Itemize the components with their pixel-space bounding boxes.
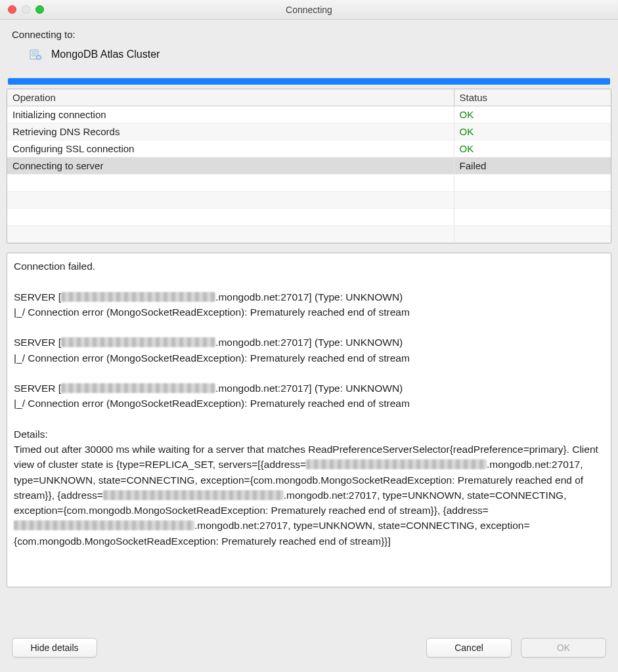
header: Connecting to: MongoDB Atlas Cluster: [0, 20, 618, 78]
operation-cell: Retrieving DNS Records: [7, 123, 454, 140]
connection-target-name: MongoDB Atlas Cluster: [51, 49, 160, 60]
status-cell: [454, 209, 611, 226]
window-title: Connecting: [0, 5, 618, 15]
status-cell: [454, 175, 611, 192]
connecting-to-label: Connecting to:: [12, 29, 606, 40]
col-operation[interactable]: Operation: [7, 89, 454, 106]
database-icon: [29, 48, 42, 61]
redacted-hostname: [61, 337, 215, 347]
table-row[interactable]: [7, 226, 611, 243]
operation-cell: Connecting to server: [7, 158, 454, 175]
status-cell: [454, 192, 611, 209]
table-row[interactable]: [7, 209, 611, 226]
table-row[interactable]: Connecting to serverFailed: [7, 158, 611, 175]
error-details[interactable]: Connection failed. SERVER [.mongodb.net:…: [7, 253, 611, 587]
col-status[interactable]: Status: [454, 89, 611, 106]
titlebar: Connecting: [0, 0, 618, 20]
footer: Hide details Cancel OK: [0, 627, 618, 672]
redacted-hostname: [103, 490, 284, 500]
table-row[interactable]: Initializing connectionOK: [7, 106, 611, 123]
operation-cell: [7, 175, 454, 192]
operation-cell: [7, 226, 454, 243]
operation-cell: [7, 209, 454, 226]
table-row[interactable]: Configuring SSL connectionOK: [7, 140, 611, 158]
progress-bar: [8, 78, 610, 85]
ok-button[interactable]: OK: [521, 638, 606, 658]
connection-target: MongoDB Atlas Cluster: [12, 48, 606, 61]
table-row[interactable]: [7, 192, 611, 209]
status-cell: [454, 226, 611, 243]
table-row[interactable]: Retrieving DNS RecordsOK: [7, 123, 611, 140]
operation-cell: Initializing connection: [7, 106, 454, 123]
cancel-button[interactable]: Cancel: [426, 638, 512, 658]
table-row[interactable]: [7, 175, 611, 192]
operation-cell: [7, 192, 454, 209]
redacted-hostname: [14, 520, 194, 530]
redacted-hostname: [61, 383, 215, 393]
redacted-hostname: [61, 292, 215, 302]
status-cell: OK: [454, 106, 611, 123]
status-cell: Failed: [454, 158, 611, 175]
hide-details-button[interactable]: Hide details: [12, 638, 97, 658]
status-cell: OK: [454, 140, 611, 158]
status-cell: OK: [454, 123, 611, 140]
operations-table: Operation Status Initializing connection…: [7, 89, 611, 243]
redacted-hostname: [306, 459, 487, 469]
operation-cell: Configuring SSL connection: [7, 140, 454, 158]
